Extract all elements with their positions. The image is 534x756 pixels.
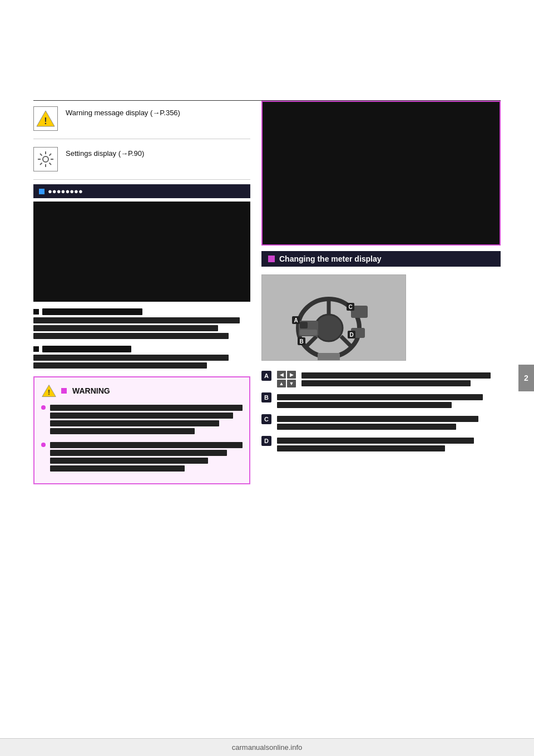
settings-icon-row: Settings display (→P.90) bbox=[33, 141, 250, 177]
control-D-row: D bbox=[261, 436, 501, 453]
steering-image-container: A B C D bbox=[261, 274, 406, 365]
settings-icon bbox=[33, 147, 58, 171]
svg-line-8 bbox=[50, 163, 52, 165]
svg-line-7 bbox=[40, 154, 42, 156]
warning-bullet-2 bbox=[41, 440, 243, 473]
svg-text:!: ! bbox=[44, 116, 47, 126]
warning-triangle-icon: ! bbox=[41, 383, 57, 399]
small-title-2 bbox=[33, 346, 250, 352]
icon-divider bbox=[33, 139, 250, 139]
badge-A: A bbox=[261, 371, 271, 381]
svg-rect-20 bbox=[300, 322, 308, 328]
svg-rect-32 bbox=[318, 353, 340, 361]
warning-pink-square bbox=[61, 388, 67, 394]
svg-point-2 bbox=[43, 156, 48, 162]
svg-rect-21 bbox=[300, 330, 317, 335]
svg-line-10 bbox=[40, 163, 42, 165]
badge-D: D bbox=[261, 436, 271, 446]
svg-line-9 bbox=[50, 154, 52, 156]
arrow-right: ▶ bbox=[287, 371, 296, 379]
warning-icon: ! bbox=[33, 106, 58, 131]
right-column: Changing the meter display bbox=[261, 101, 501, 492]
chapter-number: 2 bbox=[524, 374, 528, 382]
page: ! Warning message display (→P.356) bbox=[0, 0, 534, 756]
body-text-2 bbox=[33, 355, 250, 369]
left-column: ! Warning message display (→P.356) bbox=[33, 101, 250, 492]
warning-text-1 bbox=[50, 403, 243, 436]
svg-text:C: C bbox=[348, 304, 352, 310]
svg-text:!: ! bbox=[48, 389, 50, 396]
arrow-row-horizontal: ◀ ▶ bbox=[277, 371, 296, 379]
footer-url: carmanualsonline.info bbox=[232, 743, 302, 752]
steering-svg: A B C D bbox=[262, 275, 406, 361]
control-D-desc bbox=[277, 436, 501, 453]
meter-section-header: Changing the meter display bbox=[261, 251, 501, 267]
svg-point-15 bbox=[315, 315, 343, 341]
control-C-desc bbox=[277, 414, 501, 431]
black-square-2 bbox=[33, 346, 39, 352]
chapter-tab: 2 bbox=[518, 365, 534, 391]
arrow-row-vertical: ▲ ▼ bbox=[277, 380, 296, 387]
small-title-1 bbox=[33, 308, 250, 315]
arrow-down: ▼ bbox=[287, 380, 296, 387]
control-C-row: C bbox=[261, 414, 501, 431]
arrows-A: ◀ ▶ ▲ ▼ bbox=[277, 371, 296, 387]
meter-section-title-text: Changing the meter display bbox=[279, 254, 382, 263]
icon-divider-2 bbox=[33, 179, 250, 180]
body-text-1 bbox=[33, 317, 250, 339]
main-image-placeholder bbox=[261, 101, 501, 246]
warning-bullet-1 bbox=[41, 403, 243, 436]
svg-text:B: B bbox=[299, 338, 303, 345]
small-title-2-text bbox=[42, 346, 131, 352]
left-section-header-text: ●●●●●●●● bbox=[48, 187, 83, 195]
meter-pink-square bbox=[268, 256, 275, 262]
bullet-dot-1 bbox=[41, 405, 46, 410]
steering-image: A B C D bbox=[261, 274, 406, 361]
bullet-dot-2 bbox=[41, 443, 46, 447]
badge-B: B bbox=[261, 392, 271, 402]
control-B-row: B bbox=[261, 392, 501, 410]
warning-header: ! WARNING bbox=[41, 383, 243, 399]
main-content: ! Warning message display (→P.356) bbox=[33, 101, 501, 492]
small-title-1-text bbox=[42, 308, 142, 315]
arrow-up: ▲ bbox=[277, 380, 286, 387]
svg-text:A: A bbox=[294, 317, 298, 323]
left-image-placeholder bbox=[33, 202, 250, 302]
arrow-left: ◀ bbox=[277, 371, 286, 379]
warning-icon-text: Warning message display (→P.356) bbox=[66, 106, 180, 119]
footer: carmanualsonline.info bbox=[0, 738, 534, 756]
control-A-desc bbox=[301, 371, 501, 388]
control-B-desc bbox=[277, 392, 501, 410]
badge-C: C bbox=[261, 414, 271, 424]
warning-label: WARNING bbox=[72, 386, 110, 395]
control-A-row: A ◀ ▶ ▲ ▼ bbox=[261, 371, 501, 388]
warning-box: ! WARNING bbox=[33, 376, 250, 484]
black-square-1 bbox=[33, 309, 39, 315]
warning-text-2 bbox=[50, 440, 243, 473]
svg-text:D: D bbox=[349, 332, 353, 338]
warning-icon-row: ! Warning message display (→P.356) bbox=[33, 101, 250, 136]
blue-square-icon bbox=[39, 189, 44, 194]
settings-icon-text: Settings display (→P.90) bbox=[66, 147, 144, 159]
left-section-header: ●●●●●●●● bbox=[33, 184, 250, 198]
